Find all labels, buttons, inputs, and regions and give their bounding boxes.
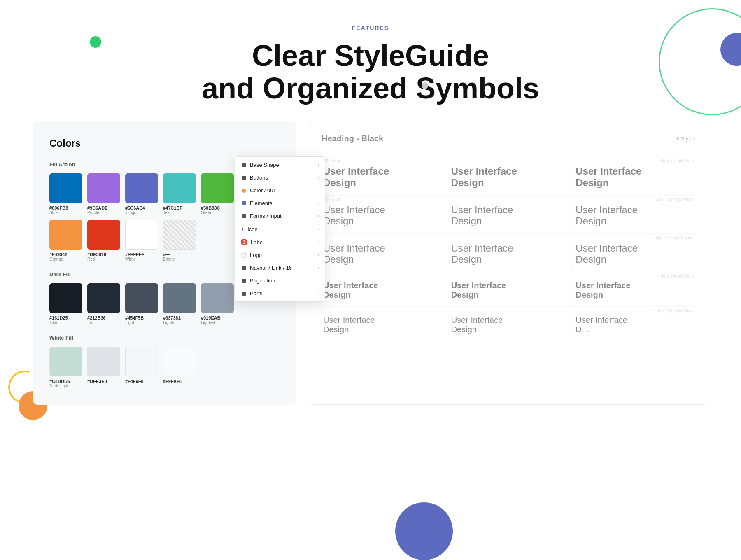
deco-gray-dot [422,82,428,89]
main-title-line1: Clear StyleGuide [252,39,489,72]
swatch-red: #DE3618 Red [87,220,120,261]
swatch-blue: #006FB8 Blue [49,173,82,215]
swatch-lighter: #637381 Lighter [163,283,196,325]
base-shape-icon [241,162,247,168]
content-area: Colors Fill Action #006FB8 Blue #9C6ADE … [33,121,708,405]
buttons-icon [241,175,247,181]
logo-icon [241,252,247,258]
menu-item-icon[interactable]: + Icon › [235,222,325,236]
swatch-color-green [201,173,234,203]
swatch-green: #50B83C Green [201,173,234,215]
features-label: FEATURES [0,25,741,31]
parts-icon [241,291,247,296]
menu-item-parts[interactable]: Parts › [235,287,325,300]
menu-item-base-shape[interactable]: Base Shape › [235,159,325,171]
swatch-orange: #F49342 Orange [49,220,82,261]
swatch-lightest: #919EAB Lightest [201,283,234,325]
typo-panel-overlay [309,121,708,404]
swatch-purple: #9C6ADE Purple [87,173,120,215]
header-section: FEATURES Clear StyleGuide and Organized … [0,0,741,121]
deco-green-dot [90,36,101,48]
swatch-color-purple [87,173,120,203]
swatch-color-empty [163,220,196,250]
elements-icon [241,201,247,206]
menu-label-color: Color / 001 [250,187,276,194]
swatch-ink: #212B36 Ink [87,283,120,325]
menu-item-forms-input[interactable]: Forms / Input › [235,210,325,222]
menu-item-color[interactable]: Color / 001 [235,184,325,197]
svg-rect-2 [242,201,246,205]
elements-chevron-icon: › [318,201,319,205]
menu-item-buttons[interactable]: Buttons › [235,171,325,184]
logo-chevron-icon: › [318,253,319,257]
forms-chevron-icon: › [318,214,319,218]
swatch-indigo: #5C6AC4 Indigo [125,173,158,215]
colors-panel-title: Colors [49,138,280,149]
swatch-light: #454F5B Light [125,283,158,325]
swatch-color-indigo [125,173,158,203]
menu-item-pagination[interactable]: Pagination [235,274,325,287]
menu-item-navbar[interactable]: Navbar / Link / 16 › [235,261,325,274]
label-chevron-icon: › [318,240,319,245]
swatch-color-red [87,220,120,250]
color-icon [241,188,247,194]
navbar-icon [241,265,247,271]
swatch-white: #FFFFFF White [125,220,158,261]
swatch-color-white [125,220,158,250]
swatch-c4ddd5: #C4DDD5 Dark Light [49,347,82,388]
white-fill-label: White Fill [49,335,280,341]
buttons-chevron-icon: › [318,175,319,180]
svg-rect-7 [242,292,246,296]
context-menu[interactable]: Base Shape › Buttons › Color / 001 Eleme… [235,156,325,302]
swatch-dfe3e8: #DFE3E8 [87,347,120,388]
menu-label-icon: Icon [247,226,258,232]
forms-icon [241,213,247,219]
swatch-color-orange [49,220,82,250]
main-title: Clear StyleGuide and Organized Symbols [0,40,741,105]
menu-label-base-shape: Base Shape [250,162,279,168]
svg-rect-5 [242,266,246,270]
menu-label-forms-input: Forms / Input [250,213,282,219]
navbar-chevron-icon: › [318,266,319,270]
svg-rect-0 [242,163,246,167]
swatch-title: #161D25 Title [49,283,82,325]
swatch-f9fafb: #F9FAFB [163,347,196,388]
svg-rect-3 [242,214,246,218]
swatch-teal: #47C1BF Teal [163,173,196,215]
swatch-color-blue [49,173,82,203]
menu-item-logo[interactable]: Logo › [235,249,325,261]
svg-rect-1 [242,176,246,180]
label-badge-icon: 3 [241,239,247,245]
svg-rect-6 [242,279,246,283]
menu-label-logo: Logo [250,252,262,258]
deco-blue-circle-bottom [395,502,453,560]
plus-icon: + [241,226,244,232]
swatch-color-teal [163,173,196,203]
swatch-empty: #— Empty [163,220,196,261]
menu-label-buttons: Buttons [250,175,268,181]
menu-label-pagination: Pagination [250,278,275,284]
menu-label-elements: Elements [250,200,272,206]
parts-chevron-icon: › [318,291,319,296]
icon-chevron-icon: › [318,227,319,231]
base-shape-chevron-icon: › [318,163,319,167]
pagination-icon [241,278,247,284]
svg-rect-4 [242,253,246,257]
menu-label-navbar: Navbar / Link / 16 [250,265,292,271]
typography-panel: Heading - Black 8 Styles H1 - 56px 56px … [309,121,708,405]
menu-label-label: Label [251,239,264,245]
white-fill-swatches: #C4DDD5 Dark Light #DFE3E8 #F4F6F8 #F9FA… [49,347,280,388]
menu-item-label[interactable]: 3 Label › [235,236,325,249]
menu-label-parts: Parts [250,290,262,296]
main-title-line2: and Organized Symbols [202,72,539,105]
swatch-f4f6f8: #F4F6F8 [125,347,158,388]
menu-item-elements[interactable]: Elements › [235,197,325,210]
